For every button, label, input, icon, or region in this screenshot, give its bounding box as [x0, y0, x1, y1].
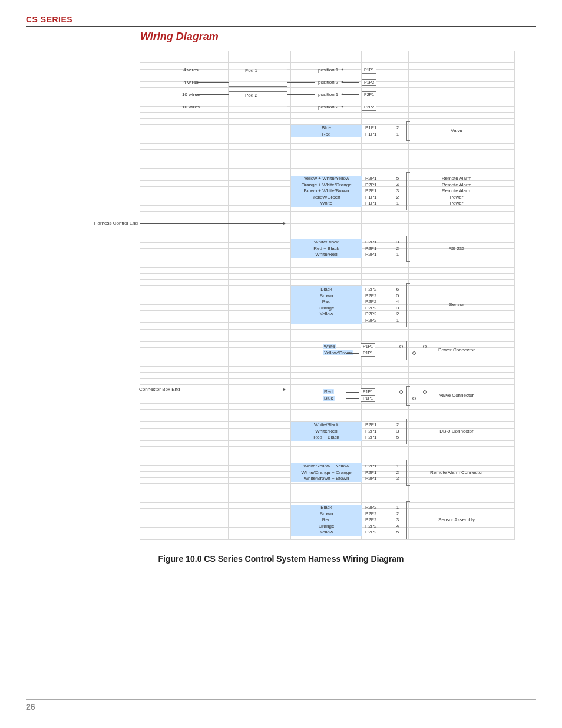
grid-row: [140, 360, 515, 367]
grid-row: [140, 224, 515, 230]
grid-row: [140, 286, 515, 292]
grid-row: [140, 441, 515, 447]
grid-row: [140, 379, 515, 386]
grid-row: [140, 156, 515, 163]
grid-row: [140, 63, 515, 70]
grid-row: [140, 137, 515, 144]
grid-row: [140, 335, 515, 342]
grid-row: [140, 162, 515, 169]
grid-row: [140, 125, 515, 131]
page-number: 26: [26, 699, 536, 711]
grid-row: [140, 466, 515, 472]
grid-row: [140, 434, 515, 441]
grid-row: [140, 496, 515, 503]
grid-row: [140, 404, 515, 410]
figure-caption: Figure 10.0 CS Series Control System Har…: [0, 554, 562, 564]
grid-row: [140, 280, 515, 286]
grid-row: [140, 515, 515, 522]
grid-row: [140, 305, 515, 311]
grid-row: [140, 342, 515, 348]
grid-row: [140, 533, 515, 540]
grid-row: [140, 367, 515, 373]
grid-row: [140, 429, 515, 435]
grid-row: [140, 453, 515, 460]
grid-row: [140, 236, 515, 243]
grid-row: [140, 373, 515, 379]
grid-row: [140, 82, 515, 88]
grid-row: [140, 212, 515, 218]
wiring-diagram: 4 wiresPod 1position 1P1P14 wirespositio…: [140, 51, 515, 545]
page-header: CS SERIES: [26, 14, 536, 27]
grid-row: [140, 397, 515, 404]
grid-row: [140, 230, 515, 237]
grid-row: [140, 181, 515, 187]
grid-row: [140, 174, 515, 181]
grid-row: [140, 311, 515, 317]
grid-row: [140, 521, 515, 528]
grid-row: [140, 261, 515, 268]
grid-background: [140, 51, 515, 545]
grid-row: [140, 243, 515, 249]
grid-row: [140, 193, 515, 200]
grid-row: [140, 298, 515, 305]
grid-row: [140, 255, 515, 262]
grid-row: [140, 354, 515, 361]
grid-row: [140, 75, 515, 82]
grid-row: [140, 447, 515, 453]
grid-row: [140, 422, 515, 429]
grid-row: [140, 292, 515, 299]
grid-row: [140, 107, 515, 113]
grid-row: [140, 218, 515, 225]
grid-row: [140, 57, 515, 64]
grid-row: [140, 88, 515, 94]
grid-row: [140, 528, 515, 534]
grid-row: [140, 509, 515, 515]
grid-row: [140, 206, 515, 212]
grid-row: [140, 51, 515, 57]
grid-row: [140, 459, 515, 466]
grid-row: [140, 385, 515, 391]
grid-row: [140, 490, 515, 497]
grid-row: [140, 131, 515, 138]
grid-row: [140, 323, 515, 330]
grid-row: [140, 187, 515, 193]
grid-row: [140, 100, 515, 107]
grid-row: [140, 268, 515, 274]
grid-row: [140, 478, 515, 485]
grid-row: [140, 348, 515, 354]
grid-row: [140, 144, 515, 150]
grid-row: [140, 274, 515, 280]
grid-row: [140, 484, 515, 490]
grid-row: [140, 169, 515, 175]
grid-row: [140, 113, 515, 119]
grid-row: [140, 317, 515, 324]
grid-row: [140, 472, 515, 478]
grid-row: [140, 119, 515, 126]
grid-row: [140, 330, 515, 336]
grid-row: [140, 249, 515, 255]
grid-row: [140, 503, 515, 509]
section-title: Wiring Diagram: [140, 31, 219, 43]
grid-row: [140, 150, 515, 156]
grid-row: [140, 70, 515, 76]
series-label: CS SERIES: [26, 15, 72, 24]
harness-control-end-label: Harness Control End: [81, 220, 138, 226]
grid-row: [140, 94, 515, 101]
grid-row: [140, 410, 515, 416]
grid-row: [140, 199, 515, 206]
grid-row: [140, 416, 515, 423]
grid-row: [140, 391, 515, 398]
